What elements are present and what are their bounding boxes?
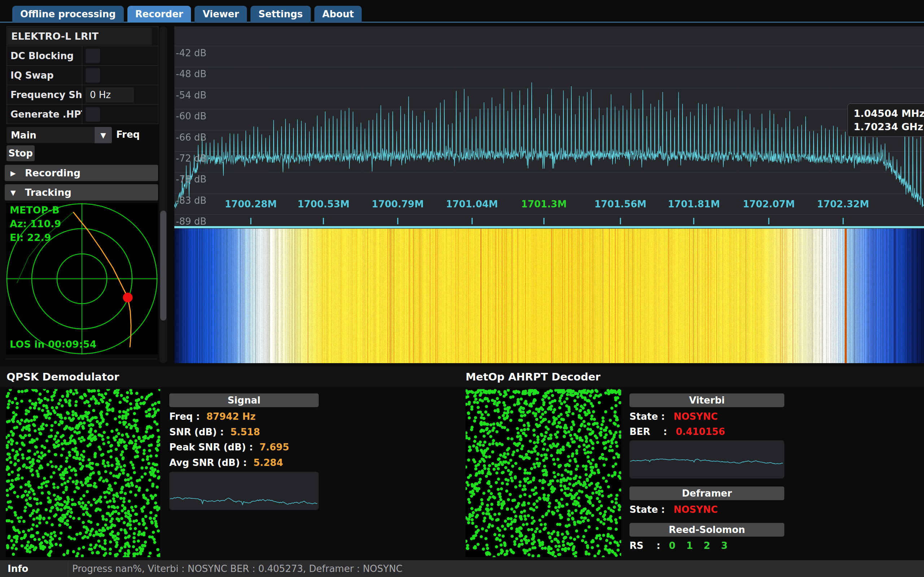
tab-settings[interactable]: Settings: [250, 6, 311, 23]
stat-label: Freq :: [169, 411, 200, 422]
freq-axis-label: 1701.81M: [668, 199, 720, 210]
viterbi-ber-value: 0.410156: [676, 426, 725, 437]
waterfall-canvas: [174, 229, 924, 363]
signal-stat-peak-snr-db: Peak SNR (dB) :7.695: [169, 442, 289, 453]
freq-axis-label: 1700.28M: [225, 199, 277, 210]
deframer-state-row: State :NOSYNC: [630, 504, 717, 515]
scrollbar-thumb[interactable]: [160, 211, 166, 321]
stat-value: 87942 Hz: [207, 411, 255, 422]
freq-axis-label: 1700.79M: [372, 199, 424, 210]
freq-axis-label: 1701.04M: [446, 199, 498, 210]
status-divider: [68, 561, 68, 577]
tracking-elevation: El: 22.9: [10, 232, 51, 243]
source-select[interactable]: Main ▼: [6, 127, 112, 143]
db-axis-label: -48 dB: [176, 69, 207, 79]
recording-section-header[interactable]: ▶ Recording: [5, 165, 158, 181]
db-axis-label: -89 dB: [176, 216, 207, 227]
db-axis-label: -54 dB: [176, 90, 207, 101]
tracking-azimuth: Az: 110.9: [10, 218, 61, 229]
signal-stat-snr-db: SNR (dB) :5.518: [169, 427, 260, 437]
sidebar-scrollbar[interactable]: [160, 26, 167, 363]
param-label: Frequency Shift: [7, 85, 82, 104]
freq-axis-label: 1701.3M: [521, 199, 567, 210]
tracking-section-header[interactable]: ▼ Tracking: [5, 184, 158, 200]
viterbi-state-label: State :: [630, 411, 665, 422]
signal-panel-header[interactable]: Signal: [169, 393, 319, 407]
rs-values: 0123: [669, 540, 738, 551]
tab-recorder[interactable]: Recorder: [128, 6, 191, 23]
param-row-dc-blocking: DC Blocking: [7, 46, 158, 66]
db-axis-label: -83 dB: [176, 195, 207, 206]
tab-offline-processing[interactable]: Offline processing: [12, 6, 124, 23]
freq-axis-label: 1701.56M: [594, 199, 646, 210]
stat-label: SNR (dB) :: [169, 427, 224, 437]
db-axis-label: -42 dB: [176, 48, 207, 58]
viterbi-ber-label: BER :: [630, 426, 667, 437]
tracking-section-label: Tracking: [25, 187, 71, 198]
tooltip-bandwidth: 1.04504 MHz: [854, 107, 924, 120]
signal-stat-avg-snr-db: Avg SNR (dB) :5.284: [169, 457, 283, 468]
decoder-title: MetOp AHRPT Decoder: [465, 371, 601, 383]
sidebar-divider: [5, 359, 157, 359]
ber-history-plot: [630, 440, 784, 479]
freq-axis-label: 1702.07M: [743, 199, 795, 210]
freq-axis-label: 1700.53M: [297, 199, 349, 210]
tooltip-frequency: 1.70234 GHz: [854, 120, 924, 134]
stat-value: 5.284: [254, 457, 283, 468]
tracked-satellite-name: METOP-B: [10, 205, 60, 216]
param-row-iq-swap: IQ Swap: [7, 66, 158, 85]
fft-spectrum-canvas[interactable]: [174, 26, 924, 226]
pipeline-selector[interactable]: ELEKTRO-L LRIT: [7, 27, 158, 46]
checkbox-iq-swap[interactable]: [86, 68, 100, 82]
source-select-label: Freq: [116, 129, 140, 140]
pipeline-selector-value: ELEKTRO-L LRIT: [7, 28, 152, 45]
tab-about[interactable]: About: [314, 6, 362, 23]
status-bar: Info Progress nan%, Viterbi : NOSYNC BER…: [0, 561, 924, 577]
deframer-state-label: State :: [630, 504, 665, 515]
param-label: DC Blocking: [7, 46, 82, 65]
chevron-down-icon[interactable]: ▼: [95, 127, 112, 143]
snr-history-plot: [169, 472, 319, 510]
checkbox-dc-blocking[interactable]: [86, 49, 100, 63]
decoder-constellation: [465, 389, 621, 557]
pipeline-param-table: ELEKTRO-L LRITDC BlockingIQ SwapFrequenc…: [6, 26, 158, 124]
tracking-polar-plot: METOP-B Az: 110.9 El: 22.9 LOS in 00:09:…: [6, 203, 158, 355]
spectrum-waterfall-separator: [174, 226, 924, 228]
input-frequency-shift[interactable]: 0 Hz: [86, 87, 134, 102]
param-row-generate-hpt: Generate .HPT: [7, 105, 158, 124]
recording-section-label: Recording: [25, 167, 81, 179]
db-axis-label: -78 dB: [176, 174, 207, 185]
status-info-label: Info: [8, 563, 28, 574]
db-axis-label: -72 dB: [176, 153, 207, 164]
tab-viewer[interactable]: Viewer: [195, 6, 247, 23]
source-select-value: Main: [6, 130, 95, 141]
bottom-section-strip: [0, 366, 924, 387]
stat-label: Peak SNR (dB) :: [169, 442, 253, 453]
reed-solomon-row: RS :0123: [630, 540, 738, 551]
tracking-los-countdown: LOS in 00:09:54: [10, 338, 96, 350]
viterbi-state-row: State :NOSYNC: [630, 411, 717, 422]
main-tabbar: Offline processingRecorderViewerSettings…: [12, 6, 362, 23]
rs-label: RS :: [630, 540, 660, 551]
reed-solomon-panel-header[interactable]: Reed-Solomon: [630, 523, 784, 537]
checkbox-generate-hpt[interactable]: [86, 107, 100, 121]
satdump-window: Offline processingRecorderViewerSettings…: [0, 0, 924, 577]
deframer-panel-header[interactable]: Deframer: [630, 487, 784, 500]
rs-value: 1: [686, 540, 693, 551]
stat-label: Avg SNR (dB) :: [169, 457, 247, 468]
qpsk-demodulator-title: QPSK Demodulator: [6, 371, 119, 383]
fft-cursor-tooltip: 1.04504 MHz 1.70234 GHz: [848, 103, 924, 137]
viterbi-state-value: NOSYNC: [674, 411, 717, 422]
param-label: Generate .HPT: [7, 105, 82, 124]
freq-axis-label: 1702.32M: [817, 199, 869, 210]
db-axis-label: -66 dB: [176, 132, 207, 143]
rs-value: 0: [669, 540, 675, 551]
fft-spectrum-panel[interactable]: -42 dB-48 dB-54 dB-60 dB-66 dB-72 dB-78 …: [174, 26, 924, 226]
status-message: Progress nan%, Viterbi : NOSYNC BER : 0.…: [72, 563, 402, 574]
stat-value: 7.695: [260, 442, 289, 453]
rs-value: 2: [704, 540, 710, 551]
viterbi-panel-header[interactable]: Viterbi: [630, 393, 784, 407]
param-label: IQ Swap: [7, 66, 82, 85]
stat-value: 5.518: [230, 427, 260, 437]
stop-button[interactable]: Stop: [6, 145, 35, 161]
